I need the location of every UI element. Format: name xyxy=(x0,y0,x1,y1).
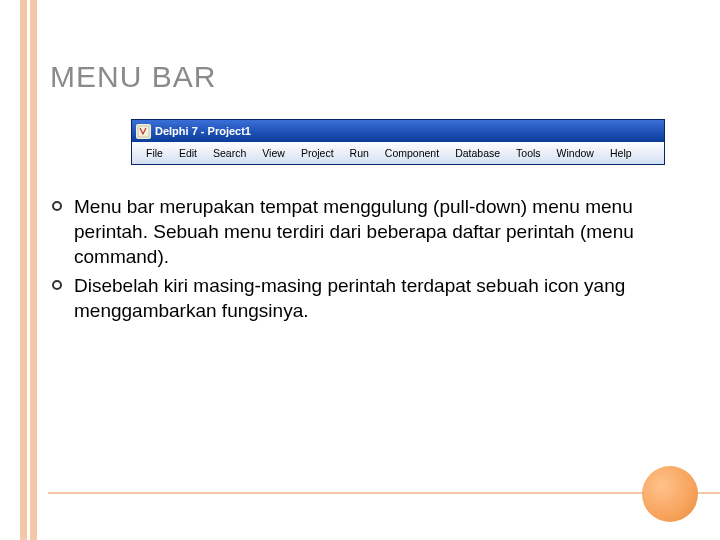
menu-view[interactable]: View xyxy=(254,144,293,162)
window-title: Delphi 7 - Project1 xyxy=(155,125,251,137)
menu-edit[interactable]: Edit xyxy=(171,144,205,162)
bullet-item: Menu bar merupakan tempat menggulung (pu… xyxy=(52,194,680,269)
menu-window[interactable]: Window xyxy=(549,144,602,162)
menubar: File Edit Search View Project Run Compon… xyxy=(132,142,664,164)
bullet-text: Menu bar merupakan tempat menggulung (pu… xyxy=(74,194,680,269)
app-icon xyxy=(136,124,151,139)
bullet-item: Disebelah kiri masing-masing perintah te… xyxy=(52,273,680,323)
svg-rect-0 xyxy=(138,126,149,137)
menu-help[interactable]: Help xyxy=(602,144,640,162)
menu-run[interactable]: Run xyxy=(342,144,377,162)
bullet-text: Disebelah kiri masing-masing perintah te… xyxy=(74,273,680,323)
slide-content: Menu bar merupakan tempat menggulung (pu… xyxy=(52,194,680,327)
bullet-icon xyxy=(52,280,62,290)
app-window: Delphi 7 - Project1 File Edit Search Vie… xyxy=(131,119,665,165)
slide-title: MENU BAR xyxy=(50,60,216,94)
menu-database[interactable]: Database xyxy=(447,144,508,162)
menu-component[interactable]: Component xyxy=(377,144,447,162)
titlebar: Delphi 7 - Project1 xyxy=(132,120,664,142)
decor-stripe xyxy=(30,0,37,540)
decor-line xyxy=(48,492,720,494)
bullet-icon xyxy=(52,201,62,211)
decor-circle xyxy=(642,466,698,522)
menu-search[interactable]: Search xyxy=(205,144,254,162)
menu-file[interactable]: File xyxy=(138,144,171,162)
menu-tools[interactable]: Tools xyxy=(508,144,549,162)
decor-stripe xyxy=(20,0,27,540)
menu-project[interactable]: Project xyxy=(293,144,342,162)
